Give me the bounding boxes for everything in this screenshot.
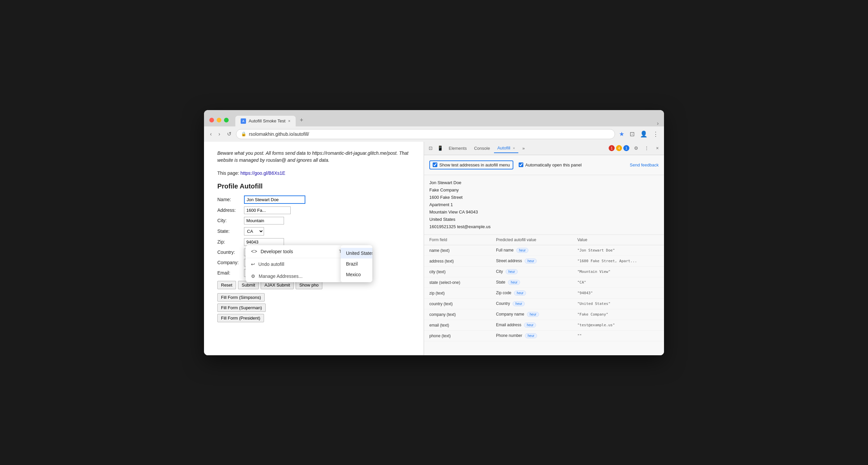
more-icon[interactable]: ⋮: [651, 129, 660, 139]
auto-open-panel-label: Automatically open this panel: [525, 163, 582, 168]
heur-badge: heur: [525, 333, 537, 338]
field-cell: country (text): [429, 301, 496, 306]
heur-badge: heur: [524, 323, 536, 327]
address-bar[interactable]: 🔒 rsolomakhin.github.io/autofill/: [236, 129, 615, 139]
value-cell: "United States": [577, 301, 659, 306]
autofill-table: Form field Predicted autofill value Valu…: [424, 235, 664, 355]
send-feedback-link[interactable]: Send feedback: [630, 163, 659, 168]
country-us-item[interactable]: United States: [341, 248, 372, 259]
table-body: name (text) Full name heur "Jon Stewart …: [424, 245, 664, 341]
city-row: City:: [217, 217, 410, 225]
predicted-cell: Email address heur: [496, 323, 577, 327]
browser-window: A Autofill Smoke Test × + › ‹ › ↺ 🔒 rsol…: [204, 110, 664, 355]
page-link-anchor[interactable]: https://goo.gl/B6Xs1E: [240, 171, 285, 176]
show-test-addresses-group: Show test addresses in autofill menu: [429, 161, 513, 170]
col-predicted: Predicted autofill value: [496, 237, 577, 242]
device-icon[interactable]: 📱: [436, 144, 444, 152]
more-tabs-button[interactable]: »: [519, 144, 528, 153]
autofill-dropdown: <> Developer tools › Test address by cou…: [246, 245, 372, 282]
field-cell: zip (text): [429, 291, 496, 295]
tab-list-button[interactable]: ›: [657, 120, 659, 126]
auto-open-panel-checkbox[interactable]: [519, 163, 523, 167]
name-input[interactable]: [244, 196, 305, 204]
table-row: address (text) Street address heur "1600…: [424, 256, 664, 266]
error-badge: 1: [609, 145, 615, 151]
autofill-checkbox-row: Show test addresses in autofill menu Aut…: [429, 161, 659, 170]
predicted-cell: Country heur: [496, 301, 577, 306]
address-country: United States: [429, 216, 659, 223]
value-cell: "CA": [577, 280, 659, 285]
close-button[interactable]: [209, 118, 214, 122]
inspect-icon[interactable]: ⊡: [427, 144, 435, 152]
value-cell: "": [577, 333, 659, 338]
zip-input[interactable]: [244, 238, 284, 246]
profile-icon[interactable]: 👤: [639, 129, 649, 139]
auto-open-panel-group: Automatically open this panel: [519, 163, 582, 168]
refresh-button[interactable]: ↺: [225, 129, 233, 139]
address-input[interactable]: [244, 206, 291, 214]
autofill-tab-close[interactable]: ×: [513, 146, 515, 150]
bookmark-icon[interactable]: ★: [618, 129, 626, 139]
minimize-button[interactable]: [217, 118, 221, 122]
col-value: Value: [577, 237, 659, 242]
heur-badge: heur: [513, 301, 525, 306]
heur-badge: heur: [514, 291, 526, 295]
show-test-addresses-checkbox[interactable]: [433, 163, 437, 167]
country-brazil-item[interactable]: Brazil: [341, 259, 372, 269]
address-apt: Apartment 1: [429, 201, 659, 208]
manage-icon: ⚙: [251, 273, 255, 279]
devtools-right-controls: 1 4 1 ⚙ ⋮ ×: [609, 144, 661, 152]
security-icon: 🔒: [241, 132, 246, 137]
back-button[interactable]: ‹: [208, 130, 214, 139]
manage-addresses-label: Manage Addresses...: [259, 273, 303, 279]
fill-president-button[interactable]: Fill Form (President): [217, 314, 264, 322]
value-cell: "test@example.us": [577, 323, 659, 327]
state-select[interactable]: CA: [244, 227, 264, 235]
settings-icon[interactable]: ⚙: [632, 144, 640, 152]
fill-superman-button[interactable]: Fill Form (Superman): [217, 303, 266, 312]
predicted-cell: Phone number heur: [496, 333, 577, 338]
country-mexico-item[interactable]: Mexico: [341, 269, 372, 280]
active-tab[interactable]: A Autofill Smoke Test ×: [235, 116, 296, 126]
undo-autofill-label: Undo autofill: [258, 262, 284, 267]
tab-close-button[interactable]: ×: [288, 119, 290, 123]
email-label: Email:: [217, 270, 244, 275]
browser-content: Beware what you post. All forms send dat…: [204, 142, 664, 355]
console-tab[interactable]: Console: [471, 144, 493, 153]
table-row: city (text) City heur "Mountain View": [424, 266, 664, 277]
heur-badge: heur: [525, 259, 537, 263]
table-row: zip (text) Zip code heur "94043": [424, 288, 664, 298]
forward-button[interactable]: ›: [216, 130, 222, 139]
table-row: company (text) Company name heur "Fake C…: [424, 309, 664, 320]
field-cell: company (text): [429, 312, 496, 317]
warning-text: Beware what you post. All forms send dat…: [217, 150, 410, 164]
field-cell: state (select-one): [429, 280, 496, 285]
maximize-button[interactable]: [224, 118, 229, 122]
name-label: Name:: [217, 197, 244, 202]
new-tab-button[interactable]: +: [296, 114, 307, 126]
autofill-tab-label: Autofill: [497, 145, 510, 150]
heur-badge: heur: [508, 280, 520, 285]
address-name: Jon Stewart Doe: [429, 179, 659, 186]
value-cell: "94043": [577, 291, 659, 295]
heur-badge: heur: [516, 248, 528, 253]
tab-bar: A Autofill Smoke Test × + ›: [235, 114, 659, 126]
extensions-icon[interactable]: ⊡: [628, 129, 636, 139]
name-row: Name:: [217, 196, 410, 204]
developer-tools-icon: <>: [251, 249, 257, 255]
country-label: Country:: [217, 250, 244, 255]
address-phone-email: 16019521325 test@example.us: [429, 223, 659, 231]
devtools-more-icon[interactable]: ⋮: [643, 144, 651, 152]
table-row: email (text) Email address heur "test@ex…: [424, 320, 664, 330]
elements-tab[interactable]: Elements: [445, 144, 470, 153]
autofill-settings-panel: Show test addresses in autofill menu Aut…: [424, 155, 664, 175]
heur-badge: heur: [527, 312, 539, 317]
autofill-tab[interactable]: Autofill ×: [494, 143, 518, 153]
reset-button[interactable]: Reset: [217, 281, 236, 289]
table-row: state (select-one) State heur "CA": [424, 277, 664, 288]
city-input[interactable]: [244, 217, 284, 225]
devtools-close-icon[interactable]: ×: [653, 144, 661, 152]
predicted-cell: Street address heur: [496, 259, 577, 263]
address-label: Address:: [217, 207, 244, 213]
fill-simpsons-button[interactable]: Fill Form (Simpsons): [217, 293, 265, 301]
